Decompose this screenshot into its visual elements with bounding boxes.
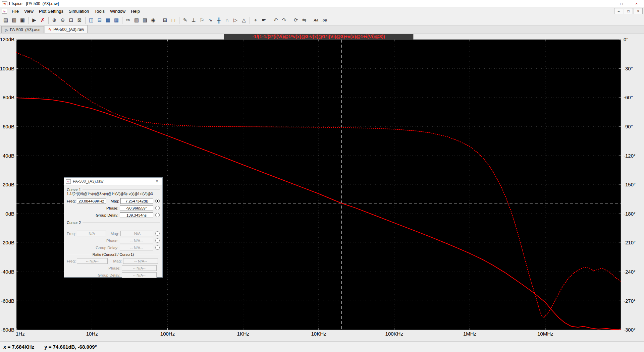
y-right-tick-label: -120° xyxy=(624,153,636,159)
zoom-out-icon[interactable]: ⊖ xyxy=(59,16,67,24)
cursor2-groupdelay-field[interactable]: -- N/A-- xyxy=(120,245,153,250)
tile-vertical-icon[interactable]: ◫ xyxy=(87,16,95,24)
run-simulation-icon[interactable]: ▶ xyxy=(30,16,38,24)
ltspice-doc-icon: ∿ xyxy=(66,179,71,184)
cursor2-phase-field[interactable]: -- N/A-- xyxy=(120,238,153,243)
cursor1-groupdelay-radio[interactable] xyxy=(155,213,160,217)
document-icon: ∿ xyxy=(2,9,7,14)
place-diode-icon[interactable]: ▷ xyxy=(231,16,239,24)
move-icon[interactable]: ⌖ xyxy=(252,16,260,24)
x-tick-label: 100Hz xyxy=(160,331,175,337)
menu-item-view[interactable]: View xyxy=(21,8,36,15)
menu-items: FileViewPlot SettingsSimulationToolsWind… xyxy=(9,8,143,15)
y-left-tick-label: 20dB xyxy=(3,182,14,187)
copy-icon[interactable]: ▥ xyxy=(132,16,141,24)
paste-icon[interactable]: ▨ xyxy=(141,16,149,24)
drag-icon[interactable]: ☛ xyxy=(260,16,268,24)
maximize-button[interactable]: □ xyxy=(614,0,629,7)
arrange-icons-icon[interactable]: ▦ xyxy=(112,16,120,24)
save-icon[interactable]: ▣ xyxy=(18,16,26,24)
y-right-tick-label: -60° xyxy=(624,95,633,100)
undo-icon[interactable]: ↶ xyxy=(272,16,280,24)
spice-directive-icon[interactable]: .op xyxy=(320,16,328,24)
zoom-full-extents-icon[interactable]: ⊠ xyxy=(75,16,84,24)
cursor1-mag-radio[interactable] xyxy=(155,199,160,203)
minimize-button[interactable]: – xyxy=(599,0,614,7)
cursor2-groupdelay-label: Group Delay: xyxy=(67,246,118,250)
cursor-dialog[interactable]: ∿ PA-500_(A3).raw × Cursor 1 1-1/(2*(i(V… xyxy=(64,177,163,278)
cursor2-groupdelay-radio[interactable] xyxy=(155,245,160,250)
mirror-icon[interactable]: ⇋ xyxy=(300,16,308,24)
cursor2-mag-field[interactable]: -- N/A-- xyxy=(120,231,153,236)
print-icon[interactable]: ⊞ xyxy=(161,16,169,24)
menu-item-simulation[interactable]: Simulation xyxy=(66,8,92,15)
draw-wire-icon[interactable]: ✎ xyxy=(181,16,189,24)
menu-item-file[interactable]: File xyxy=(9,8,21,15)
new-schematic-icon[interactable]: ▤ xyxy=(2,16,10,24)
cut-icon[interactable]: ✂ xyxy=(124,16,132,24)
tab-label: PA-500_(A3).raw xyxy=(53,27,84,32)
place-ground-icon[interactable]: ⊥ xyxy=(190,16,198,24)
rotate-icon[interactable]: ⟳ xyxy=(292,16,300,24)
tab-bar: ▷PA-500_(A3).asc∿PA-500_(A3).raw xyxy=(0,25,644,34)
trace-title[interactable]: -1/(1-1/(2*(i(Vi)@1*v(x)@3-v(x)@1*i(Vi)@… xyxy=(252,34,385,39)
x-tick-label: 100KHz xyxy=(385,331,403,337)
y-left-tick-label: 100dB xyxy=(0,66,14,71)
y-left-tick-label: 120dB xyxy=(0,37,14,42)
find-icon[interactable]: ◉ xyxy=(149,16,157,24)
cursor2-phase-row: Phase: -- N/A-- xyxy=(67,238,160,243)
mdi-close-button[interactable]: × xyxy=(634,8,643,14)
cursor1-phase-field[interactable]: -90.966559° xyxy=(120,205,153,211)
title-bar[interactable]: ∿ LTspice - [PA-500_(A3).raw] –□× xyxy=(0,0,644,7)
zoom-area-icon[interactable]: ⊡ xyxy=(67,16,75,24)
y-left-tick-label: 40dB xyxy=(3,153,14,159)
cursor1-phase-row: Phase: -90.966559° xyxy=(67,205,160,211)
ratio-groupdelay-field[interactable]: -- N/A-- xyxy=(122,272,157,278)
cursor2-mag-radio[interactable] xyxy=(155,231,160,236)
menu-item-plot-settings[interactable]: Plot Settings xyxy=(36,8,66,15)
y-left-tick-label: -60dB xyxy=(1,298,14,304)
place-resistor-icon[interactable]: ∿ xyxy=(206,16,214,24)
place-capacitor-icon[interactable]: ╫ xyxy=(215,16,223,24)
open-file-icon[interactable]: ▧ xyxy=(10,16,18,24)
close-button[interactable]: × xyxy=(629,0,644,7)
print-preview-icon[interactable]: ◻ xyxy=(169,16,177,24)
cursor2-freq-label: Freq: xyxy=(67,232,75,236)
x-tick-label: 10Hz xyxy=(86,331,98,337)
cascade-windows-icon[interactable]: ▩ xyxy=(104,16,112,24)
y-left-tick-label: -20dB xyxy=(1,240,14,245)
opamp-schematic-icon: ▷ xyxy=(5,28,8,32)
cursor1-phase-radio[interactable] xyxy=(155,206,160,210)
text-icon[interactable]: Aa xyxy=(312,16,320,24)
cursor2-phase-radio[interactable] xyxy=(155,238,160,243)
cursor2-freq-field[interactable]: -- N/A-- xyxy=(77,231,106,236)
status-x-readout: x = 7.684KHz xyxy=(3,344,34,350)
redo-icon[interactable]: ↷ xyxy=(280,16,288,24)
menu-item-tools[interactable]: Tools xyxy=(92,8,107,15)
cursor1-groupdelay-field[interactable]: 139.3434ns xyxy=(120,212,153,218)
halt-simulation-icon[interactable]: ✗ xyxy=(39,16,47,24)
toolbar-separator xyxy=(290,17,290,24)
ratio-mag-field[interactable]: -- N/A-- xyxy=(123,258,158,264)
place-component-icon[interactable]: △ xyxy=(240,16,248,24)
zoom-in-icon[interactable]: ⊕ xyxy=(50,16,58,24)
cursor1-freq-field[interactable]: 20.084469KHz xyxy=(77,198,106,204)
x-tick-label: 10KHz xyxy=(311,331,326,337)
cursor-dialog-titlebar[interactable]: ∿ PA-500_(A3).raw × xyxy=(64,178,162,185)
place-label-icon[interactable]: ⚐ xyxy=(198,16,206,24)
tab-pa-500-a3-asc[interactable]: ▷PA-500_(A3).asc xyxy=(1,26,44,33)
menu-item-window[interactable]: Window xyxy=(107,8,128,15)
tile-horizontal-icon[interactable]: ⊟ xyxy=(96,16,104,24)
cursor2-section-label: Cursor 2 xyxy=(67,221,81,225)
menu-item-help[interactable]: Help xyxy=(128,8,143,15)
close-icon[interactable]: × xyxy=(152,178,162,185)
ratio-phase-field[interactable]: -- N/A-- xyxy=(122,265,157,271)
ratio-freq-field[interactable]: -- N/A-- xyxy=(77,258,108,264)
status-y-readout: y = 74.661dB, -68.009° xyxy=(44,344,97,350)
mdi-minimize-button[interactable]: – xyxy=(614,8,623,14)
mdi-restore-button[interactable]: □ xyxy=(624,8,633,14)
tab-pa-500-a3-raw[interactable]: ∿PA-500_(A3).raw xyxy=(45,25,88,33)
cursor1-mag-field[interactable]: 7.2547342dB xyxy=(120,198,153,204)
place-inductor-icon[interactable]: ∩ xyxy=(223,16,231,24)
cursor1-section: Cursor 1 xyxy=(67,187,160,192)
